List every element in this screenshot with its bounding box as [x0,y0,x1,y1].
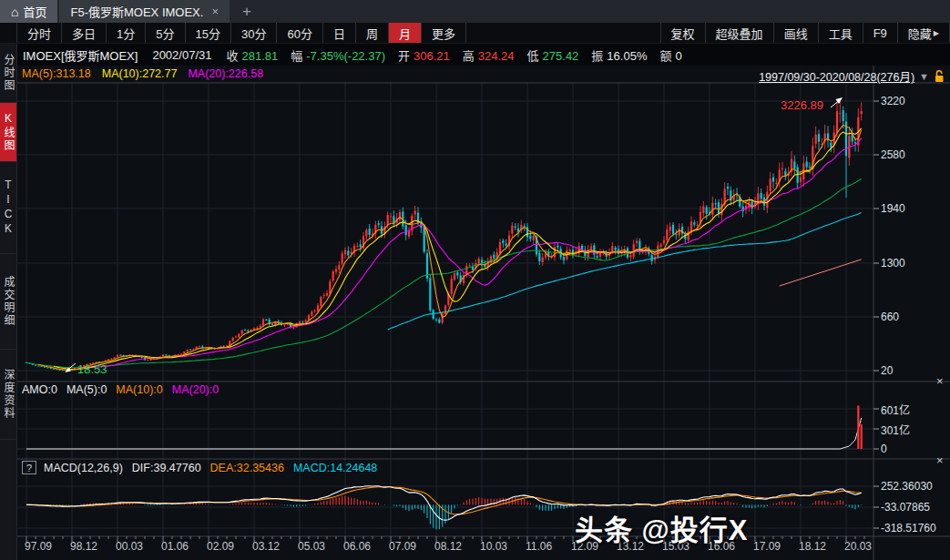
new-tab-button[interactable]: + [230,0,264,23]
x-axis-label: 05.03 [298,540,325,553]
quote-field-value: 0 [675,49,681,63]
macd-field-value: DIF:39.47760 [132,462,201,474]
quote-field-label: 额 [659,49,671,63]
macd-field-value: DEA:32.35436 [210,462,284,474]
period-button-月[interactable]: 月 [389,23,422,43]
date-range-selector[interactable]: 1997/09/30-2020/08/28(276月) ▼ [759,67,945,85]
quote-field-label: 收 [226,49,238,63]
x-axis-label: 01.06 [161,540,189,553]
tab-stock[interactable]: F5-俄罗斯MOEX IMOEX. × [59,0,230,23]
quote-field-label: 幅 [291,49,302,63]
quote-field-振: 振16.05% [591,49,647,63]
home-icon: ⌂ [11,5,18,18]
toolbar-spacer [466,23,660,43]
macd-axis-label: 252.36030 [881,480,933,493]
x-axis-label: 00.03 [116,540,143,553]
quote-field-额: 额0 [659,49,681,63]
price-axis-label: 20 [881,364,893,377]
period-button-60分[interactable]: 60分 [277,23,322,43]
sidebar-item-成交明细[interactable]: 成交明细 [0,254,16,350]
quote-field-value: 281.81 [242,49,279,63]
x-axis-label: 03.12 [252,540,280,553]
app-window: ⌂ 首页 F5-俄罗斯MOEX IMOEX. × + 分时多日1分5分15分30… [0,0,950,560]
tool-button-复权[interactable]: 复权 [660,23,706,43]
kline-chart-canvas[interactable] [17,66,950,560]
volume-panel-close-icon[interactable]: × [936,376,944,387]
price-axis-label: 1300 [881,257,905,270]
symbol-name: IMOEX[俄罗斯MOEX] [23,46,138,64]
x-axis-label: 97.09 [25,540,52,553]
ma-indicator-header: MA(5):313.18MA(10):272.77MA(20):226.58 [22,67,274,80]
sidebar-item-分时图[interactable]: 分时图 [0,44,16,103]
tool-button-超级叠加[interactable]: 超级叠加 [706,23,774,43]
x-axis-label: 20.03 [844,540,872,553]
tab-close-icon[interactable]: × [211,5,219,18]
quote-field-value: -7.35%(-22.37) [306,49,385,63]
quote-field-低: 低275.42 [527,49,579,63]
x-axis-label: 06.06 [343,540,371,553]
period-button-15分[interactable]: 15分 [186,23,231,43]
macd-help-button[interactable]: ? [22,461,36,474]
ma-value: MA(5):313.18 [22,67,91,80]
x-axis-label: 10.03 [480,540,507,553]
lock-icon[interactable] [934,70,945,83]
sidebar-item-深度资料[interactable]: 深度资料 [0,350,16,440]
volume-axis-label: 301亿 [881,422,910,437]
volume-axis-label: 601亿 [881,402,910,417]
sidebar-item-K线图[interactable]: K线图 [0,103,16,162]
volume-ma-value: MA(10):0 [116,383,162,396]
volume-ma-value: AMO:0 [22,383,57,396]
quote-date: 2002/07/31 [152,48,211,62]
tool-button-label: 工具 [829,25,853,42]
submenu-arrow-icon: ▶ [934,29,939,37]
volume-indicator-header: AMO:0MA(5):0MA(10):0MA(20):0 [22,383,228,396]
tool-button-label: 复权 [671,25,695,42]
macd-axis-label: -33.07865 [881,501,930,514]
sidebar-item-TICK[interactable]: TICK [0,162,16,254]
left-sidebar: 分时图K线图TICK成交明细深度资料 [0,44,17,560]
period-button-5分[interactable]: 5分 [146,23,185,43]
ma-value: MA(10):272.77 [102,67,178,80]
annotation-peak-price: 3226.89 [781,98,823,112]
tool-button-group: 复权超级叠加画线工具F9隐藏▶ [660,23,950,43]
price-axis-label: 1940 [881,202,905,215]
range-dropdown-icon[interactable]: ▼ [919,71,929,82]
tab-bar: ⌂ 首页 F5-俄罗斯MOEX IMOEX. × + [0,0,950,23]
quote-field-value: 324.24 [478,49,515,63]
x-axis-label: 17.09 [753,540,781,553]
tool-button-隐藏[interactable]: 隐藏▶ [898,23,950,43]
tab-home[interactable]: ⌂ 首页 [0,0,57,23]
quote-field-label: 高 [463,49,475,63]
period-button-多日[interactable]: 多日 [62,23,107,43]
tool-button-F9[interactable]: F9 [863,23,898,43]
quote-field-label: 开 [398,49,410,63]
right-column: IMOEX[俄罗斯MOEX] 2002/07/31 收281.81幅-7.35%… [17,44,950,560]
period-button-1分[interactable]: 1分 [107,23,146,43]
ma-value: MA(20):226.58 [188,67,263,80]
tool-button-label: 画线 [784,25,808,42]
period-button-周[interactable]: 周 [356,23,389,43]
macd-indicator-header: ? MACD(12,26,9)DIF:39.47760DEA:32.35436M… [22,461,386,474]
period-button-group: 分时多日1分5分15分30分60分日周月更多 [16,23,466,43]
tool-button-工具[interactable]: 工具 [819,23,863,43]
tool-button-画线[interactable]: 画线 [774,23,819,43]
chart-area: MA(5):313.18MA(10):272.77MA(20):226.58 1… [17,66,950,560]
info-bar: IMOEX[俄罗斯MOEX] 2002/07/31 收281.81幅-7.35%… [17,44,950,66]
period-button-分时[interactable]: 分时 [16,23,62,43]
macd-field-value: MACD(12,26,9) [44,462,123,474]
period-button-30分[interactable]: 30分 [231,23,277,43]
volume-ma-value: MA(5):0 [66,383,107,396]
x-axis-label: 18.12 [799,540,826,553]
x-axis-label: 02.09 [207,540,234,553]
quote-field-value: 275.42 [543,49,579,63]
quote-fields: 收281.81幅-7.35%(-22.37)开306.21高324.24低275… [226,46,694,64]
x-axis-label: 98.12 [70,540,97,553]
macd-panel-close-icon[interactable]: × [936,455,944,466]
period-button-日[interactable]: 日 [323,23,356,43]
watermark: 头条 @投行X [575,507,749,548]
quote-field-label: 振 [591,49,603,63]
date-range-text[interactable]: 1997/09/30-2020/08/28(276月) [759,67,914,85]
price-axis-label: 3220 [881,95,905,107]
tool-button-label: 隐藏 [908,25,932,42]
period-button-更多[interactable]: 更多 [422,23,466,43]
